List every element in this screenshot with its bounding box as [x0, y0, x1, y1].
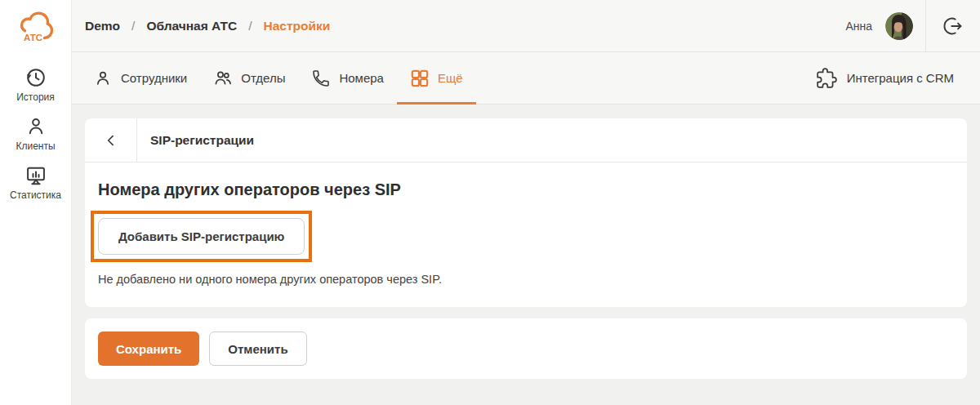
tab-label: Отделы — [241, 71, 285, 85]
sidebar-nav: История Клиенты Статистика — [0, 66, 72, 201]
departments-icon — [213, 69, 233, 88]
phone-icon — [311, 69, 331, 88]
footer-actions-card: Сохранить Отменить — [85, 318, 967, 379]
sidebar-item-clients[interactable]: Клиенты — [0, 115, 72, 152]
tab-employees[interactable]: Сотрудники — [80, 52, 200, 104]
avatar[interactable] — [885, 12, 913, 40]
top-header: Demo / Облачная АТС / Настройки Анна — [72, 0, 980, 52]
section-heading: Номера других операторов через SIP — [98, 180, 954, 199]
crm-integration-link[interactable]: Интеграция с CRM — [816, 52, 980, 104]
sidebar-item-statistics[interactable]: Статистика — [0, 164, 72, 201]
breadcrumb-item-demo[interactable]: Demo — [85, 19, 120, 33]
employee-icon — [93, 69, 113, 88]
breadcrumb-separator: / — [131, 19, 135, 33]
logout-button[interactable] — [925, 0, 980, 51]
tab-departments[interactable]: Отделы — [200, 52, 298, 104]
empty-state-text: Не добавлено ни одного номера других опе… — [98, 273, 954, 286]
tab-numbers[interactable]: Номера — [298, 52, 397, 104]
panel-title: SIP-регистрации — [137, 118, 254, 162]
main-column: Demo / Облачная АТС / Настройки Анна — [72, 0, 980, 405]
panel-header: SIP-регистрации — [85, 118, 967, 162]
back-button[interactable] — [85, 118, 137, 162]
sidebar-item-label: Статистика — [10, 189, 61, 201]
user-name: Анна — [845, 20, 872, 33]
sidebar-item-label: Клиенты — [16, 140, 55, 152]
breadcrumb-separator: / — [248, 19, 252, 33]
sidebar: АТС История Клиенты — [0, 0, 72, 405]
tab-label: Номера — [339, 71, 384, 85]
tab-more[interactable]: Ещё — [397, 52, 476, 104]
tab-label: Ещё — [438, 71, 463, 85]
chevron-left-icon — [103, 132, 119, 149]
sidebar-item-history[interactable]: История — [0, 66, 72, 103]
settings-tabbar: Сотрудники Отделы Номера Ещё — [72, 52, 980, 105]
highlight-annotation-box: Добавить SIP-регистрацию — [91, 211, 312, 262]
sip-registrations-panel: SIP-регистрации Номера других операторов… — [85, 118, 967, 307]
header-right: Анна — [845, 0, 980, 51]
cancel-button[interactable]: Отменить — [209, 332, 306, 366]
history-icon — [24, 66, 47, 89]
breadcrumb: Demo / Облачная АТС / Настройки — [85, 19, 330, 33]
grid-icon — [410, 69, 430, 88]
svg-text:АТС: АТС — [24, 33, 42, 42]
logout-icon — [942, 16, 964, 37]
breadcrumb-item-cloud-pbx[interactable]: Облачная АТС — [146, 19, 237, 33]
puzzle-icon — [816, 68, 837, 89]
save-button[interactable]: Сохранить — [98, 332, 199, 366]
content-area: SIP-регистрации Номера других операторов… — [72, 105, 980, 405]
panel-body: Номера других операторов через SIP Добав… — [85, 162, 967, 307]
stats-monitor-icon — [24, 164, 47, 187]
person-icon — [24, 115, 47, 138]
cloud-icon: АТС — [15, 7, 57, 45]
add-sip-registration-button[interactable]: Добавить SIP-регистрацию — [98, 218, 305, 255]
atc-cloud-logo[interactable]: АТС — [15, 7, 57, 45]
crm-link-label: Интеграция с CRM — [847, 71, 954, 85]
breadcrumb-item-settings[interactable]: Настройки — [263, 19, 330, 33]
sidebar-item-label: История — [16, 91, 55, 103]
tab-label: Сотрудники — [121, 71, 187, 85]
